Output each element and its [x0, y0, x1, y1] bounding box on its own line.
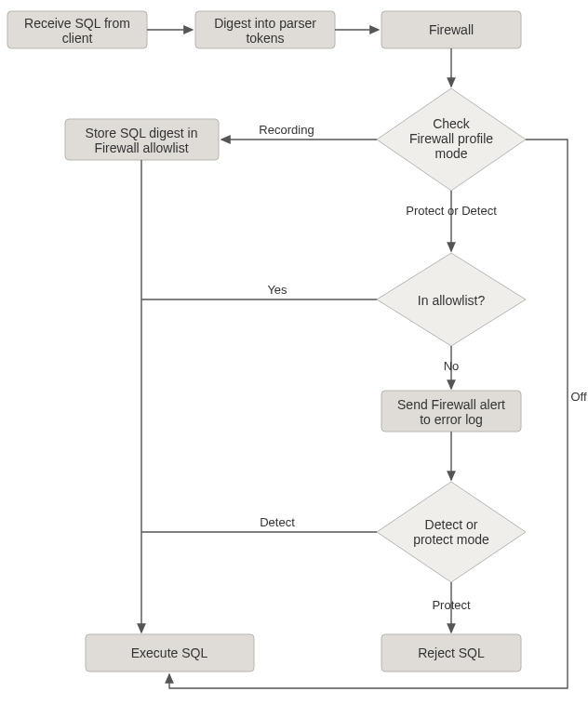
node-digest-tokens: Digest into parser tokens: [195, 11, 335, 48]
svg-text:protect mode: protect mode: [413, 532, 489, 547]
svg-text:Receive SQL from: Receive SQL from: [24, 16, 130, 31]
node-store-allowlist: Store SQL digest in Firewall allowlist: [65, 119, 219, 160]
svg-text:mode: mode: [434, 146, 467, 161]
edge-label-no: No: [444, 359, 460, 373]
node-firewall: Firewall: [381, 11, 521, 48]
edge-label-recording: Recording: [259, 123, 314, 137]
svg-text:Execute SQL: Execute SQL: [131, 645, 208, 660]
node-reject-sql: Reject SQL: [381, 634, 521, 672]
svg-text:Digest into parser: Digest into parser: [214, 16, 316, 31]
node-send-alert: Send Firewall alert to error log: [381, 391, 521, 432]
node-detect-protect: Detect or protect mode: [377, 482, 526, 582]
edge-label-protect: Protect: [432, 598, 471, 612]
edge-label-yes: Yes: [267, 283, 287, 297]
edge-label-detect: Detect: [260, 515, 295, 529]
svg-text:Detect or: Detect or: [425, 517, 478, 532]
svg-text:Send Firewall alert: Send Firewall alert: [397, 397, 505, 412]
svg-text:Firewall allowlist: Firewall allowlist: [94, 140, 188, 155]
svg-text:Reject SQL: Reject SQL: [418, 645, 485, 660]
edge-label-off: Off: [570, 390, 586, 404]
svg-text:Store SQL digest in: Store SQL digest in: [86, 126, 198, 140]
firewall-flowchart: Receive SQL from client Digest into pars…: [0, 0, 588, 705]
svg-text:client: client: [62, 31, 93, 46]
edge-label-protect-or-detect: Protect or Detect: [406, 204, 497, 218]
svg-text:Firewall profile: Firewall profile: [409, 131, 493, 146]
node-in-allowlist: In allowlist?: [377, 253, 526, 346]
node-check-mode: Check Firewall profile mode: [377, 88, 526, 191]
node-execute-sql: Execute SQL: [86, 634, 254, 672]
node-receive-sql: Receive SQL from client: [7, 11, 147, 48]
svg-text:Check: Check: [433, 116, 471, 131]
svg-text:Firewall: Firewall: [429, 22, 474, 37]
svg-text:to error log: to error log: [420, 412, 483, 427]
svg-text:In allowlist?: In allowlist?: [418, 293, 486, 308]
svg-text:tokens: tokens: [246, 31, 284, 46]
